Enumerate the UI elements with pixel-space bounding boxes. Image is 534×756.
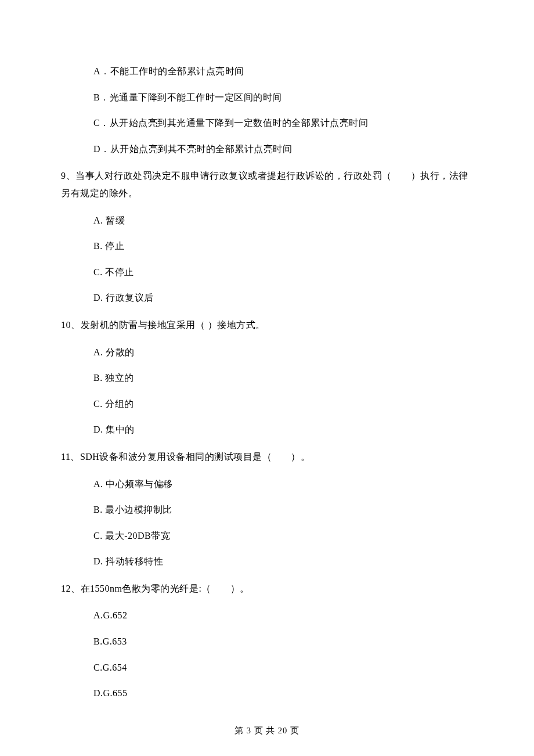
q10-text: 10、发射机的防雷与接地宜采用（ ）接地方式。 [61, 316, 473, 334]
q8-option-c: C．从开始点亮到其光通量下降到一定数值时的全部累计点亮时间 [61, 116, 473, 131]
q12-option-b: B.G.653 [61, 634, 473, 649]
q12-option-d: D.G.655 [61, 686, 473, 701]
q9-option-a: A. 暂缓 [61, 213, 473, 228]
q11-option-c: C. 最大-20DB带宽 [61, 528, 473, 543]
q8-option-a: A．不能工作时的全部累计点亮时间 [61, 64, 473, 79]
q9-option-b: B. 停止 [61, 239, 473, 254]
q10-option-a: A. 分散的 [61, 345, 473, 360]
q12-option-c: C.G.654 [61, 660, 473, 675]
q9-option-d: D. 行政复议后 [61, 290, 473, 305]
q12-text: 12、在1550nm色散为零的光纤是:（ ）。 [61, 580, 473, 597]
q9-option-c: C. 不停止 [61, 265, 473, 280]
q10-option-b: B. 独立的 [61, 370, 473, 386]
q10-option-d: D. 集中的 [61, 422, 473, 437]
q10-option-c: C. 分组的 [61, 397, 473, 412]
q9-text: 9、当事人对行政处罚决定不服申请行政复议或者提起行政诉讼的，行政处罚（ ）执行，… [61, 167, 473, 201]
q11-option-b: B. 最小边模抑制比 [61, 502, 473, 517]
q11-option-d: D. 抖动转移特性 [61, 554, 473, 569]
q8-option-d: D．从开始点亮到其不亮时的全部累计点亮时间 [61, 142, 473, 157]
q12-option-a: A.G.652 [61, 608, 473, 623]
page-footer: 第 3 页 共 20 页 [0, 724, 534, 737]
q8-option-b: B．光通量下降到不能工作时一定区间的时间 [61, 90, 473, 105]
q11-text: 11、SDH设备和波分复用设备相同的测试项目是（ ）。 [61, 448, 473, 466]
q11-option-a: A. 中心频率与偏移 [61, 477, 473, 492]
